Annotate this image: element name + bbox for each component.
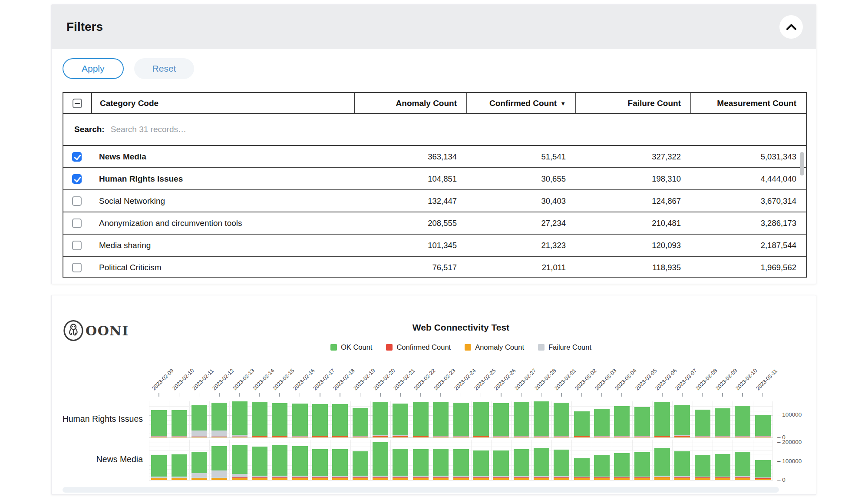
bar-segment-confirmed-count — [715, 437, 730, 437]
chart-scrollbar[interactable] — [63, 487, 779, 493]
search-input[interactable] — [110, 124, 414, 135]
bar-segment-failure-count — [252, 436, 267, 437]
gridline-vertical — [491, 401, 492, 437]
bar-segment-failure-count — [715, 436, 730, 437]
x-axis-tick — [320, 393, 320, 397]
bar-segment-ok-count — [654, 402, 670, 436]
bar-segment-anomaly-count — [172, 478, 187, 480]
table-row[interactable]: Social Networking132,44730,403124,8673,6… — [63, 190, 806, 212]
bar-segment-failure-count — [514, 476, 529, 477]
bar-segment-confirmed-count — [433, 477, 449, 478]
bar-segment-anomaly-count — [312, 478, 328, 480]
bar-segment-ok-count — [172, 410, 187, 436]
bar-segment-confirmed-count — [151, 437, 167, 437]
bar-segment-anomaly-count — [413, 478, 429, 480]
gridline-horizontal — [149, 443, 773, 443]
gridline-vertical — [390, 401, 391, 437]
gridline-vertical — [330, 401, 330, 437]
gridline-vertical — [270, 440, 270, 480]
bar-segment-anomaly-count — [211, 437, 227, 437]
apply-button[interactable]: Apply — [63, 58, 124, 79]
gridline-vertical — [531, 440, 532, 480]
gridline-vertical — [169, 401, 169, 437]
bar-segment-anomaly-count — [232, 437, 248, 437]
bar-segment-confirmed-count — [695, 477, 710, 478]
bar-segment-anomaly-count — [252, 437, 267, 437]
gridline-vertical — [672, 440, 673, 480]
bar-segment-anomaly-count — [634, 478, 650, 480]
row-checkbox-cell — [63, 174, 91, 184]
bar-segment-failure-count — [211, 470, 227, 477]
bar-segment-ok-count — [493, 450, 509, 476]
row-checkbox[interactable] — [72, 263, 82, 272]
bar-segment-ok-count — [191, 405, 207, 430]
collapse-panel-button[interactable] — [779, 15, 803, 39]
anomaly-count-value: 101,345 — [354, 241, 466, 250]
bar-segment-confirmed-count — [614, 477, 630, 478]
bar-segment-confirmed-count — [312, 436, 328, 437]
bar-segment-confirmed-count — [252, 477, 267, 478]
table-row[interactable]: Political Criticism76,51721,011118,9351,… — [63, 257, 806, 278]
column-header-failure-count[interactable]: Failure Count — [575, 93, 690, 114]
bar-segment-failure-count — [674, 435, 690, 437]
row-checkbox[interactable] — [72, 196, 82, 206]
gridline-vertical — [551, 440, 552, 480]
gridline-vertical — [772, 440, 773, 480]
row-checkbox[interactable] — [72, 174, 82, 184]
bar-segment-confirmed-count — [594, 437, 610, 437]
gridline-vertical — [290, 401, 290, 437]
column-header-anomaly-count[interactable]: Anomaly Count — [354, 93, 466, 114]
bar-segment-anomaly-count — [353, 478, 368, 480]
column-header-category-code[interactable]: Category Code — [91, 93, 354, 114]
x-axis-tick — [340, 393, 340, 397]
legend-swatch-confirmed-icon — [386, 344, 393, 351]
anomaly-count-value: 132,447 — [354, 196, 466, 206]
bar-segment-anomaly-count — [272, 437, 287, 437]
row-checkbox[interactable] — [72, 241, 82, 250]
table-row[interactable]: News Media363,13451,541327,3225,031,343 — [63, 146, 806, 168]
table-row[interactable]: Human Rights Issues104,85130,655198,3104… — [63, 168, 806, 190]
bar-segment-confirmed-count — [433, 437, 449, 437]
bar-segment-failure-count — [514, 436, 529, 437]
gridline-vertical — [451, 440, 451, 480]
bar-segment-anomaly-count — [393, 436, 408, 437]
column-header-measurement-count[interactable]: Measurement Count — [690, 93, 806, 114]
reset-button[interactable]: Reset — [134, 58, 195, 79]
x-axis-tick — [219, 393, 220, 397]
bar-segment-failure-count — [453, 436, 469, 437]
bar-segment-ok-count — [674, 451, 690, 477]
x-axis-tick — [461, 393, 462, 397]
table-row[interactable]: Media sharing101,34521,323120,0932,187,5… — [63, 235, 806, 257]
row-checkbox[interactable] — [72, 219, 82, 228]
column-header-confirmed-count[interactable]: Confirmed Count ▼ — [466, 93, 575, 114]
bar-segment-failure-count — [634, 477, 650, 477]
bar-segment-anomaly-count — [493, 437, 509, 437]
gridline-vertical — [733, 401, 733, 437]
bar-segment-failure-count — [695, 477, 710, 477]
bar-segment-anomaly-count — [292, 437, 308, 437]
select-all-checkbox[interactable] — [73, 99, 82, 108]
bar-segment-anomaly-count — [151, 478, 167, 480]
table-row[interactable]: Anonymization and circumvention tools208… — [63, 212, 806, 235]
row-checkbox[interactable] — [72, 152, 82, 162]
measurement-count-value: 4,444,040 — [690, 174, 806, 184]
bar-segment-ok-count — [634, 407, 650, 436]
bar-segment-ok-count — [473, 450, 489, 476]
bar-segment-anomaly-count — [755, 479, 771, 480]
table-scrollbar-thumb[interactable] — [800, 152, 804, 175]
bar-segment-ok-count — [353, 451, 368, 476]
x-axis-tick — [742, 393, 743, 397]
bar-segment-anomaly-count — [574, 478, 590, 480]
bar-segment-failure-count — [151, 436, 167, 437]
bar-segment-ok-count — [554, 403, 569, 436]
legend-item-confirmed: Confirmed Count — [386, 343, 451, 351]
ooni-logo-text: OONI — [86, 323, 128, 338]
bar-segment-anomaly-count — [473, 478, 489, 480]
bar-segment-confirmed-count — [252, 436, 267, 437]
bar-segment-confirmed-count — [232, 437, 248, 437]
x-axis-date-label: 2023-03-07 — [674, 368, 699, 392]
bar-segment-failure-count — [312, 476, 328, 477]
gridline-vertical — [250, 401, 250, 437]
x-axis-tick — [581, 393, 582, 397]
x-axis-tick — [259, 393, 260, 397]
